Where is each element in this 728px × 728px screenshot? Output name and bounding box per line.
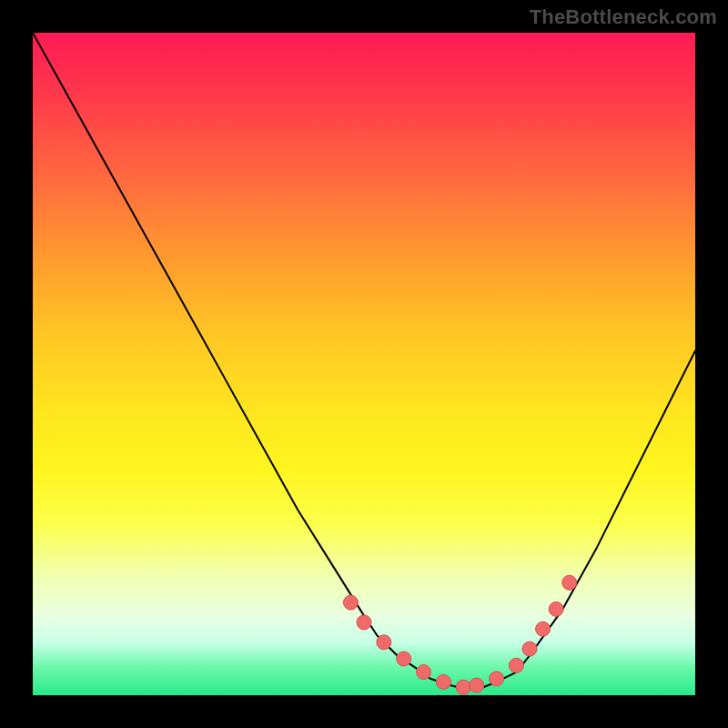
- plot-area: [33, 33, 695, 695]
- marker-dot: [490, 672, 504, 686]
- marker-dot: [470, 678, 484, 693]
- chart-frame: TheBottleneck.com: [0, 0, 728, 728]
- marker-dot: [562, 575, 577, 590]
- marker-dot: [436, 674, 450, 689]
- marker-dot: [456, 680, 470, 694]
- marker-dot: [509, 658, 523, 672]
- chart-svg: [33, 33, 695, 695]
- marker-dot: [536, 622, 551, 636]
- marker-dot: [397, 652, 411, 666]
- marker-dot: [417, 665, 431, 680]
- marker-dot: [377, 635, 391, 650]
- watermark-label: TheBottleneck.com: [530, 5, 717, 29]
- marker-dot: [343, 595, 358, 610]
- marker-dot: [357, 615, 371, 630]
- marker-dot: [522, 642, 537, 656]
- bottleneck-curve: [33, 33, 695, 689]
- marker-dot: [549, 602, 563, 616]
- marker-group: [343, 575, 576, 694]
